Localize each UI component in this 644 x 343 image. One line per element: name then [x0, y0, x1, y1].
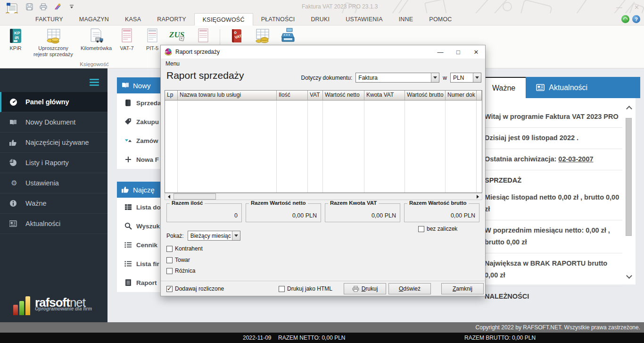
ribbon-kilometrowka-button[interactable]: Kilometrówka	[81, 27, 112, 51]
column-header[interactable]: Nazwa towaru lub usługi	[178, 91, 277, 100]
scrollbar-thumb[interactable]	[626, 118, 632, 236]
zamknij-button[interactable]: Zamknij	[441, 283, 484, 294]
scrollbar-thumb[interactable]	[173, 193, 216, 200]
tab-faktury[interactable]: FAKTURY	[27, 13, 71, 25]
dodawaj-rozliczone-checkbox[interactable]: Dodawaj rozliczone	[166, 285, 224, 292]
tab-druki[interactable]: DRUKI	[303, 13, 338, 25]
menu-item-wyszukiwanie[interactable]: Wyszuk	[117, 217, 164, 235]
save-icon[interactable]	[25, 2, 34, 11]
column-header[interactable]: Wartość netto	[323, 91, 364, 100]
chevron-down-icon[interactable]	[431, 73, 439, 82]
tab-aktualnosci[interactable]: Aktualności	[526, 77, 640, 98]
pit5-form-icon	[146, 27, 158, 44]
help-icon[interactable]: ?	[632, 15, 640, 23]
document-truck-icon	[88, 27, 104, 44]
status-bar: 2022-11-09 RAZEM NETTO: 0,00 PLN RAZEM B…	[0, 333, 644, 343]
tab-magazyn[interactable]: MAGAZYN	[71, 13, 117, 25]
drukuj-button[interactable]: Drukuj	[344, 283, 386, 294]
tab-ksiegowosc[interactable]: KSIĘGOWOŚĆ	[194, 13, 253, 25]
online-status-icon[interactable]: ◠	[621, 15, 629, 23]
checkbox-icon[interactable]	[166, 257, 173, 263]
sidebar-item-najczesciej-uzywane[interactable]: Najczęściej używane	[0, 133, 107, 153]
brush-icon[interactable]	[53, 2, 62, 11]
ribbon-vat7-button[interactable]: VAT-7	[116, 27, 137, 51]
column-header[interactable]: Ilość	[277, 91, 308, 100]
app-window: Faktura VAT 2023 PRO 23.1.3 — ✕ FAKTURY …	[0, 0, 644, 343]
sidebar-item-label: Nowy Dokument	[25, 118, 75, 126]
dialog-minimize-icon[interactable]: —	[431, 45, 449, 59]
roznica-checkbox[interactable]: Różnica	[166, 268, 195, 274]
sidebar-item-panel-glowny[interactable]: Panel główny	[0, 92, 107, 112]
menu-item-sprzedazy[interactable]: Sprzeda	[117, 93, 164, 112]
sidebar-item-wazne[interactable]: Ważne	[0, 193, 107, 214]
column-header[interactable]: VAT	[308, 91, 323, 100]
column-header[interactable]: Lp	[165, 91, 178, 100]
drukuj-jako-html-checkbox[interactable]: Drukuj jako HTML	[279, 285, 332, 292]
print-icon[interactable]	[39, 2, 48, 11]
ribbon-kasa-button[interactable]	[277, 27, 298, 44]
ribbon-form-button[interactable]	[193, 27, 214, 44]
panel-nowy-body: Sprzeda Zakupu Zamów Nowa F	[117, 93, 164, 169]
sidebar-item-nowy-dokument[interactable]: Nowy Dokument	[0, 112, 107, 133]
tab-wazne[interactable]: Ważne	[482, 77, 526, 98]
menu-item-zamowienia[interactable]: Zamów	[117, 131, 164, 150]
tab-ustawienia[interactable]: USTAWIENIA	[338, 13, 390, 25]
chevron-up-icon[interactable]	[626, 106, 632, 112]
menu-item-lista-dokumentow[interactable]: Lista do	[117, 198, 164, 217]
column-header[interactable]: Numer dok	[446, 91, 477, 100]
chevron-down-icon[interactable]	[473, 73, 481, 82]
scroll-right-icon[interactable]	[474, 193, 482, 200]
archive-date-link[interactable]: 02-03-2007	[558, 155, 593, 163]
tab-pomoc[interactable]: POMOC	[421, 13, 460, 25]
menu-item-raport[interactable]: Raport	[117, 273, 164, 292]
qat-customize-icon[interactable]	[67, 2, 76, 11]
dialog-titlebar[interactable]: Raport sprzedaży — □ ✕	[161, 45, 485, 59]
towar-checkbox[interactable]: Towar	[166, 257, 190, 263]
report-table[interactable]: Lp Nazwa towaru lub usługi Ilość VAT War…	[165, 90, 482, 193]
sidebar-item-aktualnosci[interactable]: Aktualności	[0, 214, 107, 234]
ribbon-pit5-button[interactable]: PIT-5	[142, 27, 163, 51]
doc-type-select[interactable]: Faktura	[355, 73, 439, 83]
status-brutto: RAZEM BRUTTO: 0,00 PLN	[464, 335, 536, 341]
tab-inne[interactable]: INNE	[391, 13, 421, 25]
checkbox-icon[interactable]	[279, 286, 285, 292]
tab-raporty[interactable]: RAPORTY	[149, 13, 194, 25]
table-horizontal-scrollbar[interactable]	[165, 193, 482, 200]
right-panel-tabs: Ważne Aktualności	[482, 77, 640, 98]
dialog-close-icon[interactable]: ✕	[467, 45, 485, 59]
currency-select[interactable]: PLN	[450, 73, 481, 83]
menu-item-lista-firm[interactable]: Lista fir	[117, 254, 164, 273]
tab-kasa[interactable]: KASA	[117, 13, 149, 25]
bez-zaliczek-checkbox[interactable]: bez zaliczek	[418, 226, 457, 232]
ribbon-kpir-button[interactable]: KPiR KPiR	[5, 27, 26, 51]
ribbon-vat-register-button[interactable]: VAT	[226, 27, 247, 44]
scroll-left-icon[interactable]	[165, 193, 173, 200]
right-panel-scrollbar[interactable]	[626, 103, 634, 280]
checkbox-icon[interactable]	[166, 246, 173, 252]
zus-icon: ZUS	[168, 27, 187, 44]
ribbon-sales-register-button[interactable]	[252, 27, 272, 44]
column-header[interactable]: Wartość brutto	[405, 91, 446, 100]
sidebar-item-ustawienia[interactable]: ⚙ Ustawienia	[0, 173, 107, 193]
sidebar-item-label: Ustawienia	[25, 179, 59, 187]
column-header[interactable]: Kwota VAT	[364, 91, 405, 100]
kontrahent-checkbox[interactable]: Kontrahent	[166, 245, 203, 252]
period-select[interactable]: Bieżący miesiąc	[188, 231, 240, 241]
sidebar-item-listy-i-raporty[interactable]: Listy i Raporty	[0, 153, 107, 173]
minimize-icon[interactable]: —	[616, 4, 622, 11]
chevron-down-icon[interactable]	[232, 231, 240, 240]
chevron-down-icon[interactable]	[626, 273, 632, 279]
menu-item-zakupu[interactable]: Zakupu	[117, 112, 164, 131]
menu-item-nowa-faktura[interactable]: Nowa F	[117, 150, 164, 169]
checkbox-icon[interactable]	[166, 286, 173, 292]
dialog-menu-item[interactable]: Menu	[165, 60, 180, 67]
checkbox-icon[interactable]	[166, 268, 173, 274]
tab-platnosci[interactable]: PŁATNOŚCI	[253, 13, 303, 25]
checkbox-icon[interactable]	[418, 226, 424, 232]
dialog-maximize-icon[interactable]: □	[449, 45, 467, 59]
odswiez-button[interactable]: Odśwież	[388, 283, 431, 294]
ribbon-uproszczony-button[interactable]: Uproszczony rejestr sprzedaży	[31, 27, 76, 58]
close-icon[interactable]: ✕	[634, 4, 639, 11]
hamburger-menu-icon[interactable]	[90, 79, 99, 87]
menu-item-cennik[interactable]: Cennik	[117, 235, 164, 254]
